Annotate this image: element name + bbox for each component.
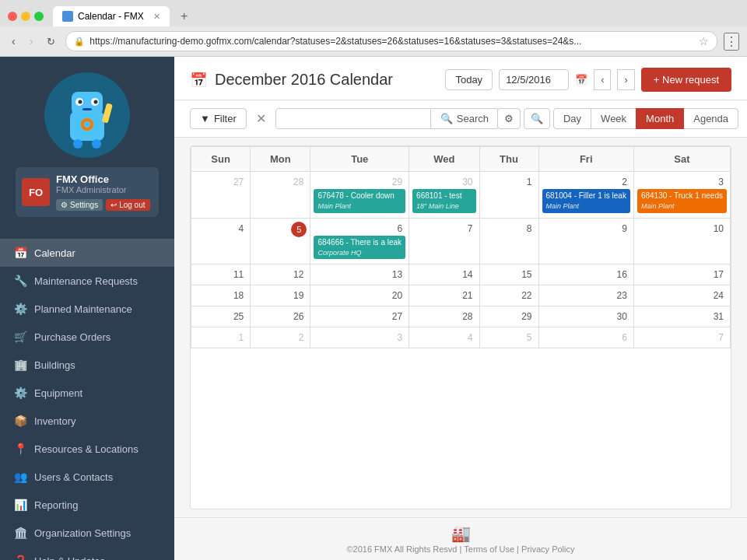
day-number: 3 (314, 331, 405, 345)
table-row[interactable]: 5 (251, 218, 310, 264)
calendar-event[interactable]: 676478 - Cooler downMain Plant (314, 189, 405, 213)
sidebar-item-organization-settings[interactable]: 🏛️ Organization Settings (0, 519, 174, 547)
table-row[interactable]: 29 (479, 306, 538, 327)
table-row[interactable]: 25 (191, 306, 251, 327)
sidebar-item-planned-maintenance[interactable]: ⚙️ Planned Maintenance (0, 295, 174, 323)
table-row[interactable]: 24 (633, 285, 730, 306)
table-row[interactable]: 2681004 - Filler 1 is leakMain Plant (538, 172, 633, 219)
filter-button[interactable]: ▼ Filter (190, 108, 247, 129)
settings-icon-button[interactable]: ⚙ (497, 108, 521, 129)
table-row[interactable]: 17 (633, 264, 730, 285)
settings-button[interactable]: ⚙ Settings (56, 199, 103, 211)
sidebar-item-help-updates[interactable]: ❓ Help & Updates (0, 547, 174, 560)
table-row[interactable]: 9 (538, 218, 633, 264)
table-row[interactable]: 31 (633, 306, 730, 327)
table-row[interactable]: 13 (310, 264, 409, 285)
sidebar-item-calendar[interactable]: 📅 Calendar (0, 239, 174, 267)
calendar-event[interactable]: 681004 - Filler 1 is leakMain Plant (542, 189, 630, 213)
table-row[interactable]: 27 (310, 306, 409, 327)
sidebar-item-reporting[interactable]: 📊 Reporting (0, 491, 174, 519)
search-input[interactable] (275, 108, 431, 129)
view-month-button[interactable]: Month (636, 108, 684, 129)
table-row[interactable]: 15 (479, 264, 538, 285)
date-input[interactable] (499, 69, 569, 90)
table-row[interactable]: 7 (633, 327, 730, 348)
view-agenda-button[interactable]: Agenda (683, 108, 738, 129)
zoom-icon-button[interactable]: 🔍 (524, 108, 550, 129)
table-row[interactable]: 4 (191, 218, 251, 264)
search-button[interactable]: 🔍 Search (431, 108, 499, 129)
table-row[interactable]: 28 (251, 172, 310, 219)
terms-link[interactable]: Terms of Use (464, 544, 514, 554)
browser-tab[interactable]: Calendar - FMX ✕ (53, 6, 170, 26)
table-row[interactable]: 20 (310, 285, 409, 306)
view-week-button[interactable]: Week (591, 108, 637, 129)
table-row[interactable]: 8 (479, 218, 538, 264)
table-row[interactable]: 14 (409, 264, 479, 285)
sidebar-item-label: Calendar (34, 247, 75, 259)
table-row[interactable]: 4 (409, 327, 479, 348)
sidebar-item-label: Inventory (34, 415, 75, 427)
tab-close-icon[interactable]: ✕ (153, 12, 160, 22)
table-row[interactable]: 28 (409, 306, 479, 327)
calendar-event[interactable]: 684666 - There is a leakCorporate HQ (314, 236, 405, 260)
table-row[interactable]: 2 (251, 327, 310, 348)
calendar-week-row: 456684666 - There is a leakCorporate HQ7… (191, 218, 731, 264)
calendar-event[interactable]: 668101 - test18" Main Line (412, 189, 475, 213)
bookmark-icon[interactable]: ☆ (699, 35, 709, 47)
table-row[interactable]: 11 (191, 264, 251, 285)
table-row[interactable]: 6684666 - There is a leakCorporate HQ (310, 218, 409, 264)
reload-button[interactable]: ↻ (43, 34, 59, 49)
minimize-dot[interactable] (21, 12, 30, 21)
sidebar: FO FMX Office FMX Administrator ⚙ Settin… (0, 57, 174, 560)
table-row[interactable]: 6 (538, 327, 633, 348)
filter-bar: ▼ Filter ✕ 🔍 Search ⚙ 🔍 Day Week Month A… (174, 100, 747, 138)
new-request-button[interactable]: + New request (641, 68, 731, 92)
day-number: 30 (542, 310, 630, 324)
table-row[interactable]: 30668101 - test18" Main Line (409, 172, 479, 219)
sidebar-item-purchase-orders[interactable]: 🛒 Purchase Orders (0, 323, 174, 351)
table-row[interactable]: 30 (538, 306, 633, 327)
today-button[interactable]: Today (445, 69, 493, 90)
sidebar-item-maintenance-requests[interactable]: 🔧 Maintenance Requests (0, 267, 174, 295)
table-row[interactable]: 16 (538, 264, 633, 285)
sidebar-item-users-contacts[interactable]: 👥 Users & Contacts (0, 463, 174, 491)
table-row[interactable]: 12 (251, 264, 310, 285)
logout-button[interactable]: ↩ Log out (106, 199, 149, 211)
table-row[interactable]: 1 (191, 327, 251, 348)
table-row[interactable]: 3684130 - Truck 1 needsMain Plant (633, 172, 730, 219)
sidebar-nav: 📅 Calendar 🔧 Maintenance Requests ⚙️ Pla… (0, 233, 174, 560)
table-row[interactable]: 1 (479, 172, 538, 219)
sidebar-item-equipment[interactable]: ⚙️ Equipment (0, 379, 174, 407)
table-row[interactable]: 26 (251, 306, 310, 327)
prev-month-button[interactable]: ‹ (594, 69, 611, 90)
next-month-button[interactable]: › (617, 69, 634, 90)
table-row[interactable]: 29676478 - Cooler downMain Plant (310, 172, 409, 219)
forward-button[interactable]: › (26, 33, 37, 49)
table-row[interactable]: 22 (479, 285, 538, 306)
table-row[interactable]: 3 (310, 327, 409, 348)
sidebar-item-label: Reporting (34, 499, 78, 511)
table-row[interactable]: 5 (479, 327, 538, 348)
privacy-link[interactable]: Privacy Policy (521, 544, 574, 554)
table-row[interactable]: 27 (191, 172, 251, 219)
sidebar-item-inventory[interactable]: 📦 Inventory (0, 407, 174, 435)
sidebar-item-resources-locations[interactable]: 📍 Resources & Locations (0, 435, 174, 463)
date-picker-icon[interactable]: 📅 (575, 74, 587, 86)
table-row[interactable]: 23 (538, 285, 633, 306)
table-row[interactable]: 19 (251, 285, 310, 306)
maximize-dot[interactable] (34, 12, 44, 21)
table-row[interactable]: 7 (409, 218, 479, 264)
browser-more-button[interactable]: ⋮ (724, 33, 739, 51)
address-bar[interactable]: 🔒 https://manufacturing-demo.gofmx.com/c… (65, 31, 717, 51)
new-tab-button[interactable]: + (174, 9, 194, 23)
sidebar-item-buildings[interactable]: 🏢 Buildings (0, 351, 174, 379)
table-row[interactable]: 21 (409, 285, 479, 306)
table-row[interactable]: 18 (191, 285, 251, 306)
filter-clear-button[interactable]: ✕ (253, 110, 269, 128)
table-row[interactable]: 10 (633, 218, 730, 264)
view-day-button[interactable]: Day (553, 108, 591, 129)
back-button[interactable]: ‹ (8, 33, 19, 49)
calendar-event[interactable]: 684130 - Truck 1 needsMain Plant (637, 189, 727, 213)
close-dot[interactable] (8, 12, 17, 21)
